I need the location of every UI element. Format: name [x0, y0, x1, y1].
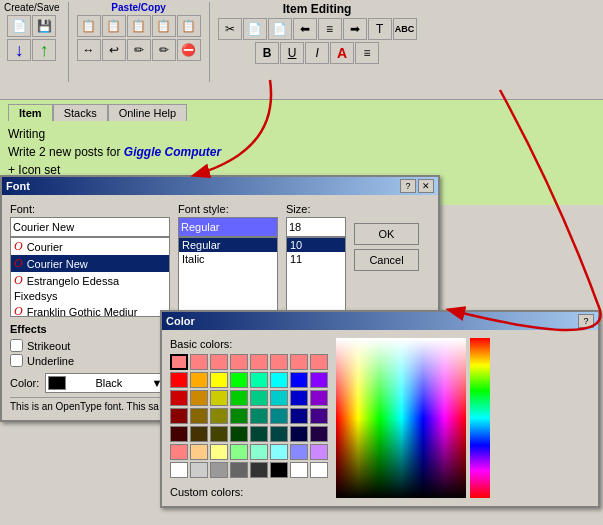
copy-btn[interactable]: 📄 [243, 18, 267, 40]
font-item-franklin[interactable]: O Franklin Gothic Mediur [11, 303, 169, 317]
text-btn[interactable]: T [368, 18, 392, 40]
color-cell-31[interactable] [310, 408, 328, 424]
edit-btn1[interactable]: ✏ [127, 39, 151, 61]
edit-btn2[interactable]: ✏ [152, 39, 176, 61]
font-item-couriernew[interactable]: O Courier New [11, 255, 169, 272]
font-item-estrangelo[interactable]: O Estrangelo Edessa [11, 272, 169, 289]
align-right-btn[interactable]: ➡ [343, 18, 367, 40]
size-11[interactable]: 11 [287, 252, 345, 266]
paste-btn5[interactable]: 📋 [177, 15, 201, 37]
tab-item[interactable]: Item [8, 104, 53, 121]
stop-btn[interactable]: ⛔ [177, 39, 201, 61]
ie-btn5[interactable]: ≡ [355, 42, 379, 64]
italic-btn[interactable]: I [305, 42, 329, 64]
new-btn[interactable]: 📄 [7, 15, 31, 37]
color-cell-17[interactable] [190, 390, 208, 406]
color-cell-26[interactable] [210, 408, 228, 424]
abc-btn[interactable]: ABC [393, 18, 417, 40]
color-help-btn[interactable]: ? [578, 314, 594, 328]
close-btn[interactable]: ✕ [418, 179, 434, 193]
color-cell-35[interactable] [230, 426, 248, 442]
down-arrow-btn[interactable]: ↓ [7, 39, 31, 61]
ie-btn3[interactable]: 📄 [268, 18, 292, 40]
color-cell-9[interactable] [190, 372, 208, 388]
color-cell-16[interactable] [170, 390, 188, 406]
color-cell-3[interactable] [230, 354, 248, 370]
color-cell-50[interactable] [210, 462, 228, 478]
color-cell-37[interactable] [270, 426, 288, 442]
color-cell-32[interactable] [170, 426, 188, 442]
color-cell-22[interactable] [290, 390, 308, 406]
align-left-btn[interactable]: ⬅ [293, 18, 317, 40]
color-cell-48[interactable] [170, 462, 188, 478]
color-cell-1[interactable] [190, 354, 208, 370]
color-cell-10[interactable] [210, 372, 228, 388]
cut-btn[interactable]: ✂ [218, 18, 242, 40]
size-10[interactable]: 10 [287, 238, 345, 252]
color-cell-43[interactable] [230, 444, 248, 460]
tab-stacks[interactable]: Stacks [53, 104, 108, 121]
hue-bar-canvas[interactable] [470, 338, 490, 498]
color-cell-28[interactable] [250, 408, 268, 424]
color-cell-38[interactable] [290, 426, 308, 442]
font-listbox[interactable]: O Courier O Courier New O Estrangelo Ede… [10, 237, 170, 317]
underline-checkbox[interactable] [10, 354, 23, 367]
color-cell-36[interactable] [250, 426, 268, 442]
font-item-fixedsys[interactable]: Fixedsys [11, 289, 169, 303]
color-cell-13[interactable] [270, 372, 288, 388]
color-cell-20[interactable] [250, 390, 268, 406]
color-dropdown[interactable]: Black ▼ [45, 373, 165, 393]
color-cell-18[interactable] [210, 390, 228, 406]
color-cell-7[interactable] [310, 354, 328, 370]
color-cell-34[interactable] [210, 426, 228, 442]
color-cell-15[interactable] [310, 372, 328, 388]
cancel-button[interactable]: Cancel [354, 249, 419, 271]
color-cell-6[interactable] [290, 354, 308, 370]
color-cell-49[interactable] [190, 462, 208, 478]
color-cell-4[interactable] [250, 354, 268, 370]
style-input[interactable] [178, 217, 278, 237]
color-cell-24[interactable] [170, 408, 188, 424]
size-input[interactable] [286, 217, 346, 237]
color-cell-42[interactable] [210, 444, 228, 460]
style-italic[interactable]: Italic [179, 252, 277, 266]
color-cell-53[interactable] [270, 462, 288, 478]
up-arrow-btn[interactable]: ↑ [32, 39, 56, 61]
size-listbox[interactable]: 10 11 [286, 237, 346, 317]
color-cell-47[interactable] [310, 444, 328, 460]
color-cell-23[interactable] [310, 390, 328, 406]
style-listbox[interactable]: Regular Italic [178, 237, 278, 317]
color-cell-2[interactable] [210, 354, 228, 370]
color-cell-30[interactable] [290, 408, 308, 424]
bold-btn[interactable]: B [255, 42, 279, 64]
underline-btn[interactable]: U [280, 42, 304, 64]
undo-btn[interactable]: ↩ [102, 39, 126, 61]
color-cell-46[interactable] [290, 444, 308, 460]
color-cell-19[interactable] [230, 390, 248, 406]
color-cell-41[interactable] [190, 444, 208, 460]
color-cell-33[interactable] [190, 426, 208, 442]
help-btn[interactable]: ? [400, 179, 416, 193]
paste-btn3[interactable]: 📋 [127, 15, 151, 37]
color-cell-0[interactable] [170, 354, 188, 370]
color-cell-45[interactable] [270, 444, 288, 460]
color-spectrum-canvas[interactable] [336, 338, 466, 498]
color-cell-14[interactable] [290, 372, 308, 388]
color-cell-8[interactable] [170, 372, 188, 388]
font-input[interactable] [10, 217, 170, 237]
paste-btn2[interactable]: 📋 [102, 15, 126, 37]
strikeout-checkbox[interactable] [10, 339, 23, 352]
color-cell-55[interactable] [310, 462, 328, 478]
color-cell-27[interactable] [230, 408, 248, 424]
paste-btn4[interactable]: 📋 [152, 15, 176, 37]
color-cell-39[interactable] [310, 426, 328, 442]
style-regular[interactable]: Regular [179, 238, 277, 252]
color-cell-51[interactable] [230, 462, 248, 478]
color-cell-44[interactable] [250, 444, 268, 460]
ok-button[interactable]: OK [354, 223, 419, 245]
tab-online-help[interactable]: Online Help [108, 104, 187, 121]
color-cell-54[interactable] [290, 462, 308, 478]
color-cell-11[interactable] [230, 372, 248, 388]
color-cell-52[interactable] [250, 462, 268, 478]
color-cell-21[interactable] [270, 390, 288, 406]
